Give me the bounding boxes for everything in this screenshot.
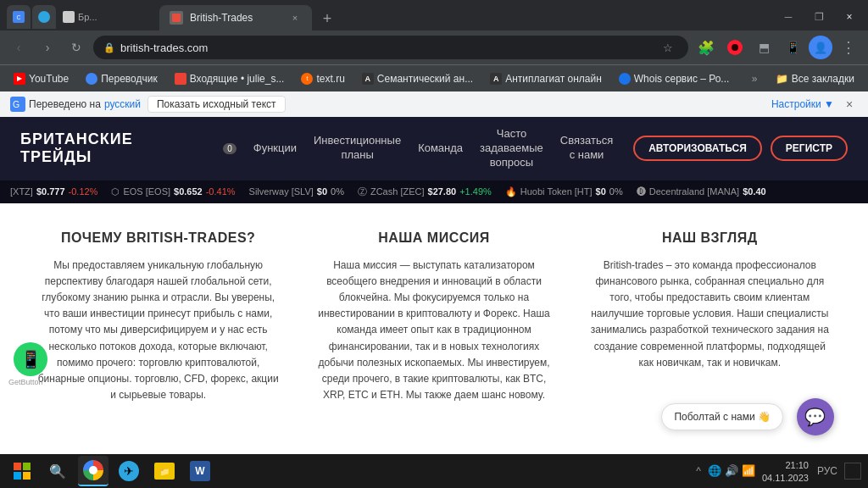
chat-widget: Поболтай с нами 👋 💬	[661, 398, 834, 435]
translation-settings-btn[interactable]: Настройки ▼	[771, 98, 834, 110]
antiplag-favicon: A	[490, 73, 502, 85]
minimize-btn[interactable]: ─	[776, 8, 800, 25]
youtube-favicon: ▶	[14, 73, 25, 85]
reload-btn[interactable]: ↻	[64, 36, 88, 59]
bookmark-youtube[interactable]: ▶ YouTube	[7, 71, 75, 86]
ticker-xtz: [XTZ] $0.777 -0.12%	[10, 186, 97, 197]
taskbar-explorer[interactable]: 📁	[149, 456, 180, 486]
bookmarks-more-btn[interactable]: »	[747, 71, 763, 86]
crypto-ticker: [XTZ] $0.777 -0.12% ⬡ EOS [EOS] $0.652 -…	[0, 180, 868, 203]
ticker-ht-name: Huobi Token [HT]	[520, 186, 593, 197]
ticker-eos: ⬡ EOS [EOS] $0.652 -0.41%	[111, 186, 235, 197]
volume-icon: 🔊	[725, 464, 738, 477]
lock-icon: 🔒	[103, 42, 115, 53]
col-mission: НАША МИССИЯ Наша миссия — выступать ката…	[309, 230, 558, 427]
show-original-btn[interactable]: Показать исходный текст	[147, 96, 286, 113]
tab-close-btn[interactable]: ×	[288, 11, 302, 25]
forward-btn[interactable]: ›	[36, 36, 59, 59]
tab-pinned-1[interactable]: C	[7, 5, 31, 29]
wifi-icon: 📶	[742, 464, 755, 477]
taskbar-right: ^ 🌐 🔊 📶 21:10 04.11.2023 РУС	[696, 459, 861, 482]
network-icon: 🌐	[708, 464, 721, 477]
ticker-mana: 🅓 Decentraland [MANA] $0.40	[637, 186, 766, 197]
auth-buttons: АВТОРИЗОВАТЬСЯ РЕГИСТР	[633, 136, 848, 161]
taskbar-word[interactable]: W	[185, 456, 215, 486]
bookmark-youtube-label: YouTube	[29, 73, 69, 85]
taskbar: 🔍 ✈ 📁 W ^ 🌐 🔊 📶 21:10	[0, 454, 868, 488]
close-btn[interactable]: ×	[837, 8, 861, 25]
bookmark-textru[interactable]: t text.ru	[294, 71, 351, 86]
chat-open-btn[interactable]: 💬	[797, 398, 834, 435]
bookmark-translator[interactable]: Переводчик	[79, 71, 164, 86]
url-text: british-trades.com	[120, 42, 653, 54]
bookmark-mail-label: Входящие • julie_s...	[190, 73, 285, 85]
bookmark-mail[interactable]: Входящие • julie_s...	[168, 71, 292, 86]
new-tab-btn[interactable]: +	[315, 7, 339, 30]
clock-section: 21:10 04.11.2023	[762, 459, 809, 482]
ticker-slv-change: 0%	[331, 186, 344, 197]
chat-bubble: Поболтай с нами 👋	[661, 403, 783, 430]
ticker-xtz-name: [XTZ]	[10, 186, 33, 197]
whatsapp-btn[interactable]: 📱	[14, 342, 47, 376]
bookmark-star-icon[interactable]: ☆	[658, 37, 678, 58]
tray-arrow[interactable]: ^	[696, 465, 701, 477]
nav-plans[interactable]: Инвестиционные планы	[314, 134, 401, 163]
col-vision-text: British-trades – это команда профессиона…	[586, 258, 834, 371]
tab-pinned-2[interactable]	[32, 5, 56, 29]
show-desktop-btn[interactable]	[844, 463, 861, 480]
translation-bar: G Переведено на русский Показать исходны…	[0, 92, 868, 117]
tab-favicon	[170, 11, 183, 25]
ticker-xtz-change: -0.12%	[69, 186, 98, 197]
ticker-zec-name: ZCash [ZEC]	[370, 186, 425, 197]
save-icon[interactable]: ⬒	[751, 35, 776, 60]
login-btn[interactable]: АВТОРИЗОВАТЬСЯ	[633, 136, 762, 161]
url-bar[interactable]: 🔒 british-trades.com ☆	[93, 36, 688, 59]
taskbar-chrome[interactable]	[78, 456, 108, 486]
ticker-ht-icon: 🔥	[505, 186, 517, 197]
ticker-mana-name: Decentraland [MANA]	[649, 186, 739, 197]
restore-btn[interactable]: ❐	[807, 8, 831, 25]
register-btn[interactable]: РЕГИСТР	[771, 136, 848, 161]
tab-title: British-Trades	[190, 12, 281, 24]
bookmark-whois[interactable]: Whois сервис – Ро...	[612, 71, 737, 86]
tab-active[interactable]: British-Trades ×	[159, 5, 312, 30]
webpage: БРИТАНСКИЕ ТРЕЙДЫ 0 Функции Инвестиционн…	[0, 117, 868, 454]
ticker-zec: Ⓩ ZCash [ZEC] $27.80 +1.49%	[358, 186, 492, 198]
taskbar-telegram[interactable]: ✈	[114, 456, 144, 486]
nav-features[interactable]: Функции	[253, 141, 297, 156]
start-btn[interactable]	[7, 456, 37, 486]
back-btn[interactable]: ‹	[7, 36, 31, 59]
bookmarks-folder-btn[interactable]: 📁 Все закладки	[769, 71, 861, 86]
col-why-text: Мы предоставляем уникальную глобальную п…	[34, 258, 282, 404]
translation-lang-link[interactable]: русский	[104, 98, 141, 110]
whois-favicon	[619, 73, 631, 85]
site-header: БРИТАНСКИЕ ТРЕЙДЫ 0 Функции Инвестиционн…	[0, 117, 868, 180]
profile-btn[interactable]: 👤	[809, 36, 832, 59]
col-mission-title: НАША МИССИЯ	[309, 230, 558, 246]
translation-close-btn[interactable]: ×	[841, 96, 858, 113]
ticker-eos-icon: ⬡	[111, 186, 120, 197]
nav-faq[interactable]: Часто задаваемые вопросы	[480, 127, 543, 170]
address-bar: ‹ › ↻ 🔒 british-trades.com ☆ 🧩 ⬒ 📱 👤 ⋮	[0, 30, 868, 64]
nav-contact[interactable]: Связаться с нами	[560, 134, 613, 163]
tab-inactive[interactable]: Бр...	[58, 5, 159, 29]
tab-bar: C Бр... British-Trades × + ─ ❐ ×	[0, 0, 868, 30]
menu-btn[interactable]: ⋮	[836, 35, 861, 60]
bookmark-antiplag[interactable]: A Антиплагиат онлайн	[483, 71, 609, 86]
bookmark-textru-label: text.ru	[316, 73, 344, 85]
language-indicator: РУС	[817, 465, 837, 477]
ticker-eos-name: EOS [EOS]	[123, 186, 170, 197]
nav-counter: 0	[223, 141, 236, 156]
bookmark-semantic[interactable]: A Семантический ан...	[355, 71, 480, 86]
ticker-zec-change: +1.49%	[459, 186, 492, 197]
extensions-icon[interactable]: 🧩	[693, 35, 719, 60]
col-vision: НАШ ВЗГЛЯД British-trades – это команда …	[586, 230, 834, 427]
ticker-slv: Silverway [SLV] $0 0%	[249, 186, 344, 197]
textru-favicon: t	[301, 73, 313, 85]
opera-icon[interactable]	[722, 35, 748, 60]
site-logo: БРИТАНСКИЕ ТРЕЙДЫ	[20, 130, 203, 166]
taskbar-search-btn[interactable]: 🔍	[42, 456, 73, 486]
nav-team[interactable]: Команда	[418, 141, 463, 156]
phone-icon[interactable]: 📱	[780, 35, 805, 60]
ticker-eos-price: $0.652	[174, 186, 203, 197]
